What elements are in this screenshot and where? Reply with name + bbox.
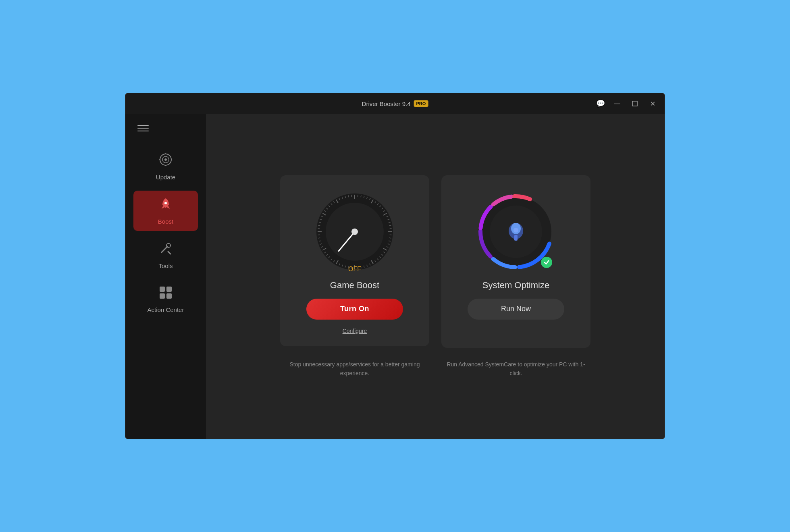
content-area: OFF Game Boost Turn On Configure: [206, 114, 665, 439]
svg-line-37: [389, 238, 391, 238]
sidebar-item-update-label: Update: [156, 174, 175, 181]
cards-row: OFF Game Boost Turn On Configure: [280, 175, 590, 348]
run-now-button[interactable]: Run Now: [468, 299, 564, 320]
svg-point-3: [164, 158, 167, 161]
check-icon: [543, 259, 550, 266]
close-button[interactable]: ✕: [647, 98, 658, 109]
game-boost-title: Game Boost: [330, 280, 379, 291]
tools-icon: [158, 241, 173, 258]
minimize-button[interactable]: —: [611, 98, 623, 109]
sidebar-item-boost-label: Boost: [158, 218, 173, 225]
titlebar-center: Driver Booster 9.4 PRO: [362, 100, 428, 107]
svg-line-9: [162, 247, 167, 252]
svg-line-69: [318, 238, 320, 238]
maximize-button[interactable]: [629, 98, 640, 109]
game-boost-description: Stop unnecessary apps/services for a bet…: [280, 360, 429, 378]
svg-line-11: [168, 251, 170, 254]
bottom-descriptions: Stop unnecessary apps/services for a bet…: [280, 360, 590, 378]
boost-icon: [158, 197, 173, 214]
tools-svg-icon: [158, 241, 173, 256]
svg-rect-0: [632, 101, 637, 106]
svg-line-33: [389, 225, 391, 226]
action-center-icon: [159, 286, 173, 302]
brush-icon: [504, 220, 528, 244]
update-svg-icon: [158, 152, 173, 167]
svg-rect-13: [166, 287, 172, 292]
maximize-icon: [632, 101, 638, 106]
sidebar-item-tools-label: Tools: [158, 262, 173, 269]
dial-status: OFF: [348, 266, 361, 273]
svg-rect-15: [166, 293, 172, 299]
hamburger-menu-button[interactable]: [137, 122, 154, 134]
svg-rect-14: [160, 293, 165, 299]
sidebar-item-update[interactable]: Update: [133, 146, 198, 187]
svg-point-91: [351, 229, 358, 235]
check-badge: [541, 257, 552, 268]
sidebar-item-boost[interactable]: Boost: [133, 191, 198, 231]
boost-svg-icon: [158, 197, 173, 211]
game-boost-card: OFF Game Boost Turn On Configure: [280, 175, 429, 346]
svg-line-19: [361, 195, 361, 197]
app-title: Driver Booster 9.4: [362, 100, 411, 107]
svg-line-87: [348, 195, 349, 197]
sidebar-item-action-center-label: Action Center: [148, 306, 184, 313]
dial-svg: [314, 191, 395, 272]
main-area: Update Boost: [125, 114, 665, 439]
game-boost-dial: OFF: [314, 191, 395, 272]
chat-icon[interactable]: 💬: [596, 99, 605, 108]
sidebar-item-action-center[interactable]: Action Center: [133, 279, 198, 320]
svg-point-102: [514, 228, 518, 233]
titlebar-controls: 💬 — ✕: [596, 98, 658, 109]
action-center-svg-icon: [159, 286, 173, 299]
svg-rect-12: [160, 287, 165, 292]
svg-rect-101: [514, 235, 518, 241]
configure-link[interactable]: Configure: [343, 328, 367, 334]
menu-line-2: [137, 128, 149, 129]
svg-point-10: [166, 243, 170, 247]
system-optimize-description: Run Advanced SystemCare to optimize your…: [441, 360, 590, 378]
ring-inner-circle: [490, 206, 542, 258]
system-optimize-title: System Optimize: [482, 280, 549, 291]
svg-line-73: [318, 225, 320, 226]
system-optimize-ring: [476, 191, 556, 272]
menu-line-1: [137, 125, 149, 126]
sidebar-item-tools[interactable]: Tools: [133, 235, 198, 275]
main-window: Driver Booster 9.4 PRO 💬 — ✕: [125, 93, 665, 439]
sidebar: Update Boost: [125, 114, 206, 439]
turn-on-button[interactable]: Turn On: [306, 299, 403, 320]
system-optimize-card: System Optimize Run Now: [441, 175, 590, 348]
svg-point-8: [164, 202, 167, 204]
pro-badge: PRO: [414, 100, 428, 107]
menu-line-3: [137, 131, 149, 131]
titlebar: Driver Booster 9.4 PRO 💬 — ✕: [125, 93, 665, 114]
update-icon: [158, 152, 173, 170]
